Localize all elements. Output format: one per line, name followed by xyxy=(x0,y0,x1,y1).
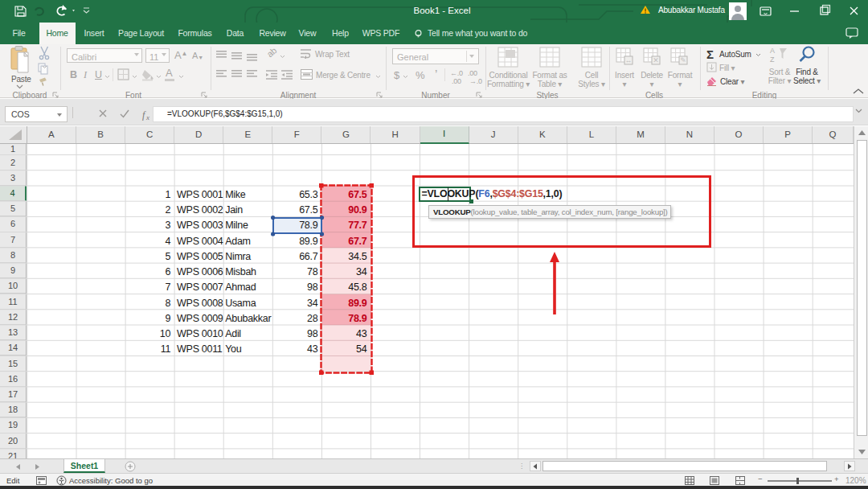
svg-text:✎: ✎ xyxy=(680,56,686,64)
svg-text:x: x xyxy=(145,113,149,121)
svg-text:✕: ✕ xyxy=(653,56,659,64)
svg-text:A: A xyxy=(770,47,775,55)
svg-text:↔: ↔ xyxy=(625,56,633,64)
svg-text:Z: Z xyxy=(770,55,775,64)
